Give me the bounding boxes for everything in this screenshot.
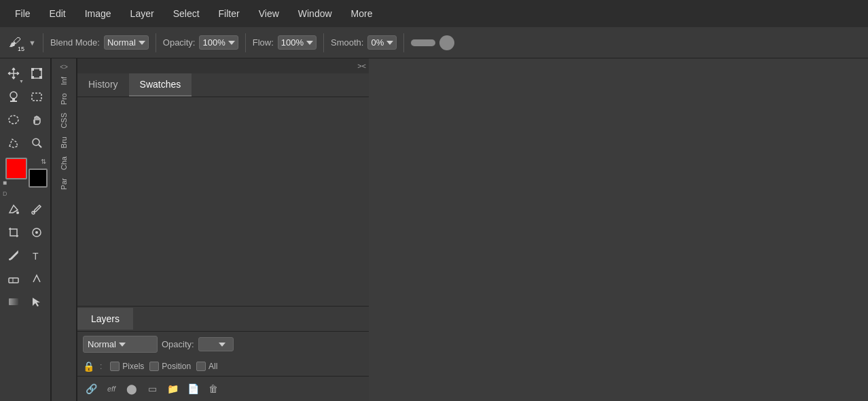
layers-bottom-bar: 🔗 eff ⬤ ▭ 📁 📄 🗑 (77, 376, 369, 401)
opacity-value: 100% (202, 37, 225, 48)
menu-edit[interactable]: Edit (41, 4, 74, 23)
lasso-tool[interactable] (3, 109, 24, 130)
tab-layers[interactable]: Layers (77, 308, 133, 330)
menu-more[interactable]: More (343, 4, 381, 23)
slim-panel: <> Inf Pro CSS Bru Cha Par (51, 58, 77, 401)
brush-shape-area (411, 35, 454, 50)
transform-tool[interactable] (26, 63, 48, 84)
tab-history[interactable]: History (77, 73, 129, 97)
position-checkbox-label[interactable]: Position (149, 362, 191, 371)
layer-new-icon[interactable]: 📄 (185, 381, 201, 397)
slim-item-bru[interactable]: Bru (58, 133, 69, 152)
smooth-value: 0% (371, 37, 384, 48)
hand-tool[interactable] (26, 109, 48, 130)
layer-link-icon[interactable]: 🔗 (83, 381, 99, 397)
slim-item-cha[interactable]: Cha (58, 152, 69, 174)
position-checkbox[interactable] (149, 362, 159, 371)
tool-row-5 (3, 198, 48, 220)
brush-shape-flat-icon[interactable] (411, 39, 435, 46)
flow-arrow-icon (306, 41, 313, 45)
menu-view[interactable]: View (251, 4, 287, 23)
sep-4 (323, 33, 324, 52)
slim-item-inf[interactable]: Inf (58, 73, 69, 89)
svg-rect-7 (10, 101, 17, 102)
all-checkbox-label[interactable]: All (196, 362, 217, 371)
slim-item-css[interactable]: CSS (58, 109, 69, 133)
slim-item-par[interactable]: Par (58, 174, 69, 194)
spot-healing-tool[interactable] (26, 222, 48, 243)
flow-dropdown[interactable]: 100% (278, 35, 317, 50)
menu-layer[interactable]: Layer (122, 4, 162, 23)
move-tool[interactable]: ▼ (3, 63, 24, 84)
layer-folder-icon[interactable]: 📁 (164, 381, 181, 397)
pixels-checkbox-label[interactable]: Pixels (110, 362, 144, 371)
menu-bar: File Edit Image Layer Select Filter View… (0, 0, 868, 27)
swap-colors-icon[interactable]: ⇅ (41, 158, 46, 165)
path-tool[interactable] (26, 268, 48, 290)
layers-opacity-value (202, 339, 217, 349)
left-toolbar: ▼ (0, 58, 51, 401)
layers-blend-mode-value: Normal (88, 339, 116, 349)
right-panel-collapse-btn[interactable]: >< (357, 62, 366, 70)
layer-group-icon[interactable]: ▭ (144, 381, 160, 397)
layer-fx-icon[interactable]: eff (103, 381, 120, 397)
text-tool[interactable]: T (26, 245, 48, 266)
layer-delete-icon[interactable]: 🗑 (205, 381, 221, 397)
brush-shape-round-icon[interactable] (439, 35, 454, 50)
right-panel-toggle-bar: >< (77, 58, 369, 73)
brush-size-dropdown[interactable]: ▼ (29, 39, 36, 47)
paint-bucket-tool[interactable] (3, 198, 24, 220)
slim-panel-toggle[interactable]: <> (58, 61, 70, 73)
pen-tool[interactable] (3, 245, 24, 266)
slim-item-pro[interactable]: Pro (58, 89, 69, 109)
stamp-tool[interactable] (3, 86, 24, 107)
foreground-color-swatch[interactable] (5, 158, 27, 179)
svg-text:T: T (33, 251, 39, 262)
menu-filter[interactable]: Filter (211, 4, 248, 23)
polygonal-lasso-tool[interactable] (3, 132, 24, 154)
opacity-label: Opacity: (163, 37, 196, 48)
svg-rect-3 (31, 76, 34, 79)
blend-mode-dropdown[interactable]: Normal (104, 35, 149, 50)
eyedropper-tool[interactable] (26, 198, 48, 220)
menu-window[interactable]: Window (290, 4, 340, 23)
tool-row-2 (3, 86, 48, 107)
menu-image[interactable]: Image (77, 4, 120, 23)
blend-mode-arrow-icon (139, 41, 145, 45)
background-color-swatch[interactable] (29, 169, 48, 188)
tool-arrow-icon: ▼ (19, 79, 24, 84)
svg-rect-2 (39, 68, 42, 71)
svg-rect-8 (32, 93, 41, 101)
smooth-dropdown[interactable]: 0% (367, 35, 397, 50)
brush-tool-icon[interactable]: 🖌 15 (5, 33, 24, 52)
rectangle-select-tool[interactable] (26, 86, 48, 107)
tab-swatches[interactable]: Swatches (129, 73, 192, 97)
layers-blend-mode-dropdown[interactable]: Normal (83, 336, 158, 353)
all-checkbox[interactable] (196, 362, 206, 371)
sep-1 (43, 33, 43, 52)
main-area: ▼ (0, 58, 868, 401)
gradient-tool[interactable] (3, 291, 24, 313)
layer-mask-icon[interactable]: ⬤ (124, 381, 140, 397)
menu-file[interactable]: File (7, 4, 39, 23)
zoom-tool[interactable] (26, 132, 48, 154)
svg-point-12 (16, 211, 19, 214)
reset-colors-icon[interactable]: ■ (3, 179, 7, 186)
blend-mode-value: Normal (107, 37, 136, 48)
pixels-checkbox[interactable] (110, 362, 120, 371)
lock-icon: 🔒 (83, 361, 94, 372)
options-toolbar: 🖌 15 ▼ Blend Mode: Normal Opacity: 100% … (0, 27, 868, 58)
history-swatches-tabs: History Swatches (77, 73, 369, 97)
opacity-dropdown[interactable]: 100% (199, 35, 238, 50)
crop-tool[interactable] (3, 222, 24, 243)
blend-mode-label: Blend Mode: (50, 37, 100, 48)
layers-tab-bar: Layers (77, 307, 369, 331)
eraser-tool[interactable] (3, 268, 24, 290)
menu-select[interactable]: Select (165, 4, 208, 23)
selection-arrow-tool[interactable] (26, 291, 48, 313)
brush-size-badge: 15 (18, 46, 24, 52)
layers-opacity-dropdown[interactable] (198, 337, 234, 351)
svg-point-10 (33, 139, 39, 145)
layers-blend-arrow-icon (119, 343, 126, 347)
tool-row-1: ▼ (3, 63, 48, 84)
